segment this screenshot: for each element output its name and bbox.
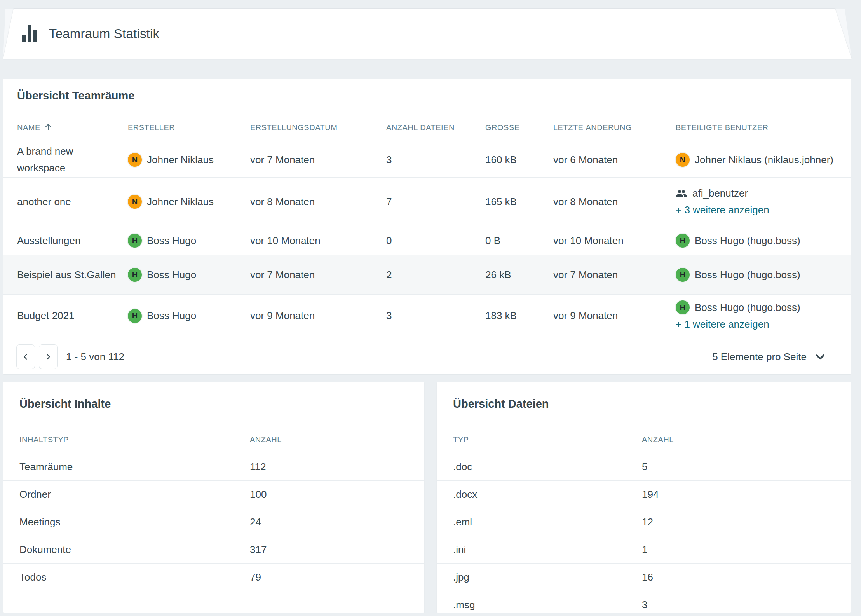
page-header: Teamraum Statistik xyxy=(3,9,852,59)
table-row[interactable]: Ausstellungen HBoss Hugo vor 10 Monaten … xyxy=(3,226,851,255)
participant-group: afi_benutzer xyxy=(692,185,748,202)
files-table-header: TYP ANZAHL xyxy=(437,426,851,453)
table-row: Teamräume 112 xyxy=(3,453,424,480)
file-type: .doc xyxy=(453,461,642,473)
avatar: H xyxy=(676,234,690,248)
contents-table-header: INHALTSTYP ANZAHL xyxy=(3,426,424,453)
column-header-users[interactable]: BETEILIGTE BENUTZER xyxy=(676,123,839,132)
last-modified: vor 6 Monaten xyxy=(553,152,676,168)
teamroom-name: Beispiel aus St.Gallen xyxy=(17,267,127,283)
created-date: vor 8 Monaten xyxy=(250,194,386,210)
chevron-down-icon xyxy=(814,351,826,363)
bottom-cards: Übersicht Inhalte INHALTSTYP ANZAHL Team… xyxy=(3,382,851,613)
table-row: .eml 12 xyxy=(437,508,851,536)
pagination-bar: 1 - 5 von 112 5 Elemente pro Seite xyxy=(3,337,851,376)
content-count: 317 xyxy=(250,544,424,556)
content-count: 100 xyxy=(250,489,424,501)
bar-chart-icon xyxy=(22,25,37,42)
file-count: 3 xyxy=(642,599,851,611)
group-icon xyxy=(676,188,687,199)
participant-name: Boss Hugo (hugo.boss) xyxy=(695,299,800,316)
next-page-button[interactable] xyxy=(39,344,58,369)
table-row[interactable]: Budget 2021 HBoss Hugo vor 9 Monaten 3 1… xyxy=(3,294,851,337)
participant-name: Boss Hugo (hugo.boss) xyxy=(695,267,800,283)
avatar: H xyxy=(676,268,690,282)
sort-ascending-icon xyxy=(44,122,53,132)
file-count: 1 xyxy=(642,544,851,556)
pagination-range: 1 - 5 von 112 xyxy=(66,351,124,363)
creator-name: Johner Niklaus xyxy=(147,152,214,168)
avatar: H xyxy=(128,234,142,248)
last-modified: vor 10 Monaten xyxy=(553,232,676,249)
file-type: .eml xyxy=(453,516,642,528)
contents-card: Übersicht Inhalte INHALTSTYP ANZAHL Team… xyxy=(3,382,424,613)
files-card: Übersicht Dateien TYP ANZAHL .doc 5 .doc… xyxy=(437,382,851,613)
file-type: .msg xyxy=(453,599,642,611)
show-more-users-link[interactable]: + 1 weitere anzeigen xyxy=(676,316,769,333)
column-header-size[interactable]: GRÖSSE xyxy=(485,123,553,132)
page: Teamraum Statistik Übersicht Teamräume N… xyxy=(0,0,861,616)
table-row[interactable]: A brand new workspace NJohner Niklaus vo… xyxy=(3,142,851,177)
avatar: H xyxy=(128,268,142,282)
table-row: .doc 5 xyxy=(437,453,851,480)
content-type: Ordner xyxy=(19,489,250,501)
created-date: vor 7 Monaten xyxy=(250,267,386,283)
column-header-filetype: TYP xyxy=(453,435,642,444)
avatar: H xyxy=(676,300,690,314)
column-header-count: ANZAHL xyxy=(250,435,424,444)
participant-name: Boss Hugo (hugo.boss) xyxy=(695,232,800,249)
previous-page-button[interactable] xyxy=(16,344,35,369)
table-row: Meetings 24 xyxy=(3,508,424,536)
contents-card-title: Übersicht Inhalte xyxy=(3,382,424,426)
table-row[interactable]: Beispiel aus St.Gallen HBoss Hugo vor 7 … xyxy=(3,255,851,294)
column-header-count: ANZAHL xyxy=(642,435,851,444)
creator-name: Johner Niklaus xyxy=(147,194,214,210)
avatar: N xyxy=(128,195,142,209)
column-header-created[interactable]: ERSTELLUNGSDATUM xyxy=(250,123,386,132)
file-type: .ini xyxy=(453,544,642,556)
files-card-title: Übersicht Dateien xyxy=(437,382,851,426)
size: 183 kB xyxy=(485,307,553,324)
creator-name: Boss Hugo xyxy=(147,267,196,283)
teamroom-name: A brand new workspace xyxy=(17,143,127,176)
file-count: 194 xyxy=(642,489,851,501)
teamrooms-card-title: Übersicht Teamräume xyxy=(3,79,851,113)
column-header-creator[interactable]: ERSTELLER xyxy=(128,123,250,132)
content-type: Teamräume xyxy=(19,461,250,473)
teamrooms-card: Übersicht Teamräume NAME ERSTELLER ERSTE… xyxy=(3,79,851,374)
table-row: .msg 3 xyxy=(437,591,851,613)
show-more-users-link[interactable]: + 3 weitere anzeigen xyxy=(676,202,769,218)
teamroom-name: Ausstellungen xyxy=(17,232,127,249)
participant-name: Johner Niklaus (niklaus.johner) xyxy=(695,152,833,168)
created-date: vor 10 Monaten xyxy=(250,232,386,249)
content-type: Todos xyxy=(19,571,250,583)
items-per-page-label: 5 Elemente pro Seite xyxy=(712,351,807,363)
column-header-filecount[interactable]: ANZAHL DATEIEN xyxy=(386,123,485,132)
teamrooms-table-header: NAME ERSTELLER ERSTELLUNGSDATUM ANZAHL D… xyxy=(3,113,851,142)
file-type: .docx xyxy=(453,489,642,501)
table-row[interactable]: another one NJohner Niklaus vor 8 Monate… xyxy=(3,177,851,226)
content-type: Meetings xyxy=(19,516,250,528)
size: 0 B xyxy=(485,232,553,249)
file-count: 3 xyxy=(386,152,485,168)
column-header-name[interactable]: NAME xyxy=(17,123,128,132)
file-count: 7 xyxy=(386,194,485,210)
avatar: N xyxy=(676,153,690,167)
file-count: 2 xyxy=(386,267,485,283)
teamroom-name: another one xyxy=(17,194,127,210)
file-type: .jpg xyxy=(453,571,642,583)
avatar: H xyxy=(128,309,142,323)
table-row: Todos 79 xyxy=(3,563,424,591)
column-header-contenttype: INHALTSTYP xyxy=(19,435,250,444)
items-per-page-select[interactable]: 5 Elemente pro Seite xyxy=(712,351,826,363)
file-count: 12 xyxy=(642,516,851,528)
created-date: vor 9 Monaten xyxy=(250,307,386,324)
table-row: .docx 194 xyxy=(437,480,851,508)
content-type: Dokumente xyxy=(19,544,250,556)
content-count: 112 xyxy=(250,461,424,473)
page-title: Teamraum Statistik xyxy=(49,26,159,41)
table-row: .jpg 16 xyxy=(437,563,851,591)
last-modified: vor 8 Monaten xyxy=(553,194,676,210)
last-modified: vor 9 Monaten xyxy=(553,307,676,324)
column-header-modified[interactable]: LETZTE ÄNDERUNG xyxy=(553,123,676,132)
